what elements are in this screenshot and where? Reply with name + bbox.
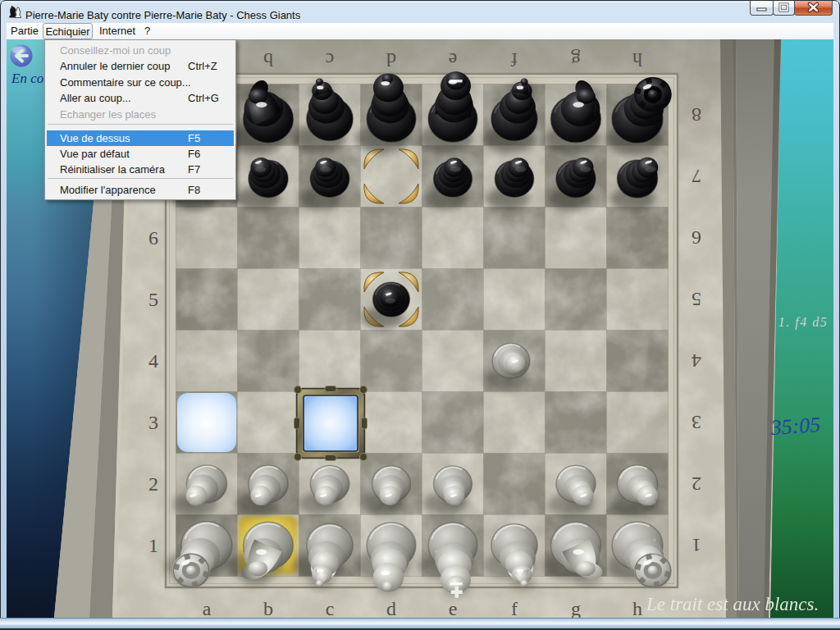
svg-text:g: g (571, 598, 581, 618)
svg-text:b: b (263, 49, 273, 71)
svg-text:4: 4 (148, 350, 158, 372)
svg-text:3: 3 (148, 412, 158, 433)
svg-text:d: d (386, 49, 396, 71)
svg-text:e: e (449, 49, 458, 71)
svg-text:2: 2 (148, 473, 158, 495)
svg-text:Le trait est aux blancs.: Le trait est aux blancs. (646, 594, 819, 614)
svg-text:h: h (632, 49, 642, 71)
svg-text:c: c (326, 49, 335, 71)
svg-text:1. f4 d5: 1. f4 d5 (778, 315, 828, 330)
svg-text:1: 1 (692, 535, 701, 556)
svg-text:4: 4 (692, 350, 701, 372)
svg-text:f: f (511, 598, 518, 618)
svg-text:5: 5 (148, 289, 158, 310)
svg-text:6: 6 (148, 227, 158, 249)
svg-text:35:05: 35:05 (769, 413, 822, 440)
svg-text:7: 7 (692, 166, 701, 187)
svg-text:3: 3 (692, 412, 701, 433)
svg-text:c: c (326, 598, 335, 618)
svg-text:h: h (632, 598, 642, 618)
svg-text:8: 8 (692, 104, 701, 126)
svg-text:d: d (386, 598, 396, 618)
svg-text:g: g (571, 49, 581, 71)
svg-text:b: b (263, 598, 273, 618)
svg-text:2: 2 (692, 473, 701, 495)
svg-text:a: a (203, 598, 212, 618)
svg-text:6: 6 (692, 227, 701, 249)
svg-text:f: f (511, 49, 518, 71)
svg-text:e: e (449, 598, 458, 618)
svg-text:5: 5 (692, 289, 701, 310)
svg-text:1: 1 (148, 535, 158, 556)
